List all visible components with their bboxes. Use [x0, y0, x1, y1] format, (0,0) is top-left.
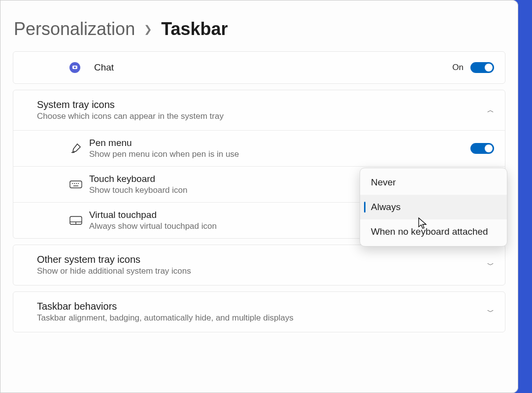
- chat-icon: [68, 62, 81, 73]
- breadcrumb-current: Taskbar: [161, 19, 228, 39]
- chat-row[interactable]: Chat On: [13, 52, 505, 83]
- dropdown-option-never[interactable]: Never: [360, 170, 507, 195]
- other-tray-header[interactable]: Other system tray icons Show or hide add…: [13, 245, 505, 285]
- taskbar-behaviors-title: Taskbar behaviors: [37, 301, 487, 312]
- svg-point-2: [74, 67, 76, 69]
- touchpad-icon: [69, 215, 82, 225]
- pen-toggle[interactable]: [470, 143, 494, 154]
- chat-toggle[interactable]: [470, 62, 494, 73]
- system-tray-header[interactable]: System tray icons Choose which icons can…: [13, 90, 505, 130]
- breadcrumb: Personalization ❯ Taskbar: [0, 0, 518, 51]
- taskbar-behaviors-sub: Taskbar alignment, badging, automaticall…: [37, 313, 487, 323]
- other-tray-card: Other system tray icons Show or hide add…: [13, 245, 505, 286]
- chat-state: On: [452, 63, 464, 72]
- chevron-right-icon: ❯: [144, 23, 152, 35]
- dropdown-option-when-no-keyboard[interactable]: When no keyboard attached: [360, 219, 507, 244]
- other-tray-title: Other system tray icons: [37, 254, 487, 265]
- svg-rect-3: [70, 181, 82, 188]
- settings-window: Personalization ❯ Taskbar Chat On System…: [0, 0, 518, 393]
- touch-keyboard-dropdown: Never Always When no keyboard attached: [360, 168, 507, 247]
- keyboard-icon: [69, 179, 82, 189]
- other-tray-sub: Show or hide additional system tray icon…: [37, 266, 487, 276]
- taskbar-behaviors-card: Taskbar behaviors Taskbar alignment, bad…: [13, 291, 505, 332]
- system-tray-title: System tray icons: [37, 99, 487, 110]
- pen-menu-row[interactable]: Pen menu Show pen menu icon when pen is …: [13, 130, 505, 166]
- system-tray-sub: Choose which icons can appear in the sys…: [37, 111, 487, 121]
- pen-title: Pen menu: [89, 138, 470, 148]
- chat-card: Chat On: [13, 51, 505, 84]
- pen-sub: Show pen menu icon when pen is in use: [89, 149, 470, 159]
- pen-icon: [69, 143, 82, 154]
- chevron-up-icon: ︿: [487, 106, 494, 115]
- breadcrumb-parent[interactable]: Personalization: [14, 19, 135, 39]
- taskbar-behaviors-header[interactable]: Taskbar behaviors Taskbar alignment, bad…: [13, 292, 505, 332]
- dropdown-option-always[interactable]: Always: [360, 195, 507, 219]
- chat-label: Chat: [94, 62, 452, 73]
- chevron-down-icon: ﹀: [487, 308, 494, 317]
- chevron-down-icon: ﹀: [487, 261, 494, 270]
